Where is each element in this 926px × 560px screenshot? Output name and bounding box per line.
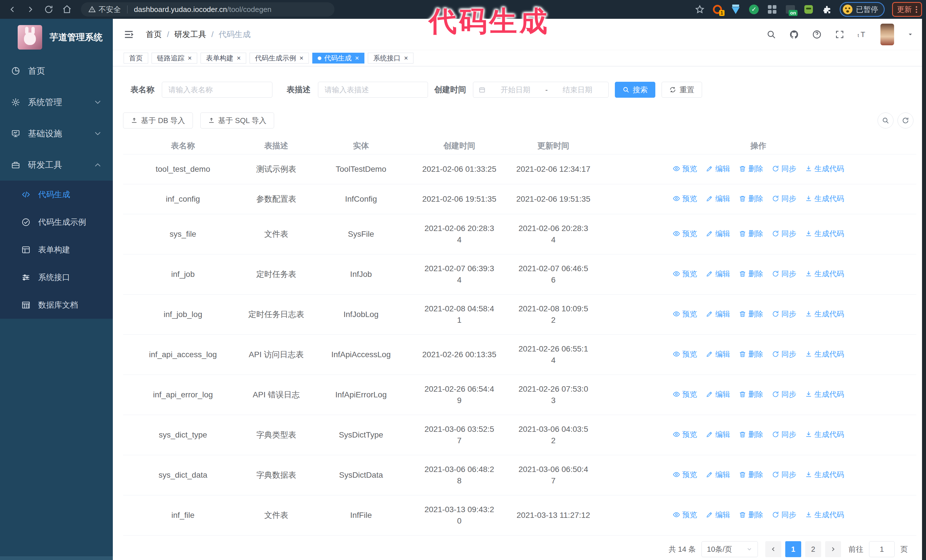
page-size-select[interactable]: 10条/页 [702, 541, 758, 557]
row-action-preview[interactable]: 预览 [673, 388, 697, 400]
row-action-preview[interactable]: 预览 [673, 469, 697, 480]
sidebar-subitem-4[interactable]: 数据库文档 [0, 291, 113, 319]
tab-4[interactable]: 代码生成 × [312, 53, 365, 63]
row-action-generate-code[interactable]: 生成代码 [805, 388, 844, 400]
reload-icon[interactable] [44, 5, 54, 14]
row-action-delete[interactable]: 删除 [739, 163, 763, 174]
help-icon[interactable] [812, 30, 822, 39]
forward-icon[interactable] [26, 5, 35, 14]
row-action-preview[interactable]: 预览 [673, 308, 697, 320]
row-action-generate-code[interactable]: 生成代码 [805, 308, 844, 320]
row-action-edit[interactable]: 编辑 [706, 163, 730, 174]
row-action-preview[interactable]: 预览 [673, 193, 697, 204]
row-action-generate-code[interactable]: 生成代码 [805, 349, 844, 360]
sidebar-subitem-2[interactable]: 表单构建 [0, 236, 113, 264]
row-action-preview[interactable]: 预览 [673, 228, 697, 239]
site-security[interactable]: 不安全 [88, 5, 121, 15]
breadcrumb-home[interactable]: 首页 [146, 29, 162, 40]
row-action-edit[interactable]: 编辑 [706, 268, 730, 279]
close-icon[interactable]: × [404, 55, 408, 62]
row-action-sync[interactable]: 同步 [772, 509, 796, 521]
row-action-generate-code[interactable]: 生成代码 [805, 193, 844, 204]
row-action-delete[interactable]: 删除 [739, 469, 763, 480]
back-icon[interactable] [8, 5, 17, 14]
header-search-icon[interactable] [766, 30, 776, 39]
row-action-preview[interactable]: 预览 [673, 429, 697, 440]
search-button[interactable]: 搜索 [615, 82, 655, 98]
refresh-table-button[interactable] [897, 113, 914, 128]
sidebar-subitem-0[interactable]: 代码生成 [0, 181, 113, 208]
address-bar[interactable]: 不安全 dashboard.yudao.iocoder.cn/tool/code… [81, 2, 334, 17]
row-action-sync[interactable]: 同步 [772, 163, 796, 174]
sidebar-item-2[interactable]: 基础设施 [0, 118, 113, 149]
extension-check-icon[interactable]: ✓ [749, 4, 759, 15]
tab-5[interactable]: 系统接口 × [368, 53, 413, 63]
hamburger-icon[interactable] [124, 29, 134, 39]
row-action-sync[interactable]: 同步 [772, 308, 796, 320]
table-desc-input[interactable] [324, 85, 422, 95]
tab-0[interactable]: 首页 [124, 53, 148, 63]
caret-down-icon[interactable] [907, 31, 914, 38]
row-action-preview[interactable]: 预览 [673, 509, 697, 521]
reset-button[interactable]: 重置 [661, 82, 702, 98]
row-action-sync[interactable]: 同步 [772, 469, 796, 480]
sidebar-subitem-3[interactable]: 系统接口 [0, 264, 113, 291]
row-action-delete[interactable]: 删除 [739, 429, 763, 440]
row-action-delete[interactable]: 删除 [739, 509, 763, 521]
tab-2[interactable]: 表单构建 × [201, 53, 246, 63]
row-action-generate-code[interactable]: 生成代码 [805, 509, 844, 521]
prev-page-button[interactable] [765, 541, 781, 557]
row-action-sync[interactable]: 同步 [772, 268, 796, 279]
toggle-search-button[interactable] [878, 113, 894, 128]
sidebar-item-1[interactable]: 系统管理 [0, 87, 113, 118]
row-action-generate-code[interactable]: 生成代码 [805, 163, 844, 174]
extension-orange-icon[interactable]: 1 [712, 4, 723, 15]
close-icon[interactable]: × [300, 55, 303, 62]
app-logo[interactable]: 芋道管理系统 [0, 19, 113, 55]
fullscreen-icon[interactable] [835, 30, 844, 39]
page-button-1[interactable]: 1 [785, 541, 801, 557]
browser-update-button[interactable]: 更新 [892, 2, 922, 17]
goto-page-input[interactable] [869, 541, 895, 557]
row-action-sync[interactable]: 同步 [772, 388, 796, 400]
row-action-sync[interactable]: 同步 [772, 193, 796, 204]
row-action-edit[interactable]: 编辑 [706, 469, 730, 480]
paused-extension-pill[interactable]: 已暂停 [840, 2, 885, 17]
row-action-edit[interactable]: 编辑 [706, 509, 730, 521]
sidebar-item-0[interactable]: 首页 [0, 55, 113, 87]
extensions-puzzle-icon[interactable] [822, 4, 832, 15]
row-action-preview[interactable]: 预览 [673, 349, 697, 360]
vertical-scrollbar[interactable] [922, 19, 926, 560]
row-action-generate-code[interactable]: 生成代码 [805, 228, 844, 239]
home-icon[interactable] [62, 5, 72, 14]
table-name-input[interactable] [168, 85, 266, 95]
tab-3[interactable]: 代码生成示例 × [250, 53, 309, 63]
row-action-generate-code[interactable]: 生成代码 [805, 469, 844, 480]
row-action-edit[interactable]: 编辑 [706, 308, 730, 320]
github-icon[interactable] [789, 30, 799, 39]
extension-grid-icon[interactable] [767, 4, 778, 15]
close-icon[interactable]: × [355, 55, 359, 62]
row-action-generate-code[interactable]: 生成代码 [805, 268, 844, 279]
row-action-delete[interactable]: 删除 [739, 193, 763, 204]
page-button-2[interactable]: 2 [805, 541, 821, 557]
breadcrumb-devtools[interactable]: 研发工具 [174, 29, 206, 40]
row-action-edit[interactable]: 编辑 [706, 193, 730, 204]
row-action-edit[interactable]: 编辑 [706, 228, 730, 239]
row-action-delete[interactable]: 删除 [739, 268, 763, 279]
tab-1[interactable]: 链路追踪 × [151, 53, 197, 63]
sidebar-subitem-1[interactable]: 代码生成示例 [0, 208, 113, 236]
extension-gem-icon[interactable] [730, 4, 741, 15]
kebab-menu-icon[interactable] [916, 6, 917, 13]
font-size-icon[interactable]: tT [858, 30, 867, 39]
row-action-preview[interactable]: 预览 [673, 163, 697, 174]
row-action-sync[interactable]: 同步 [772, 228, 796, 239]
import-db-button[interactable]: 基于 DB 导入 [123, 113, 193, 128]
row-action-edit[interactable]: 编辑 [706, 349, 730, 360]
close-icon[interactable]: × [188, 55, 192, 62]
row-action-preview[interactable]: 预览 [673, 268, 697, 279]
next-page-button[interactable] [825, 541, 841, 557]
row-action-edit[interactable]: 编辑 [706, 429, 730, 440]
extension-dark-icon[interactable]: on [785, 4, 796, 15]
extension-robot-icon[interactable] [803, 4, 814, 15]
